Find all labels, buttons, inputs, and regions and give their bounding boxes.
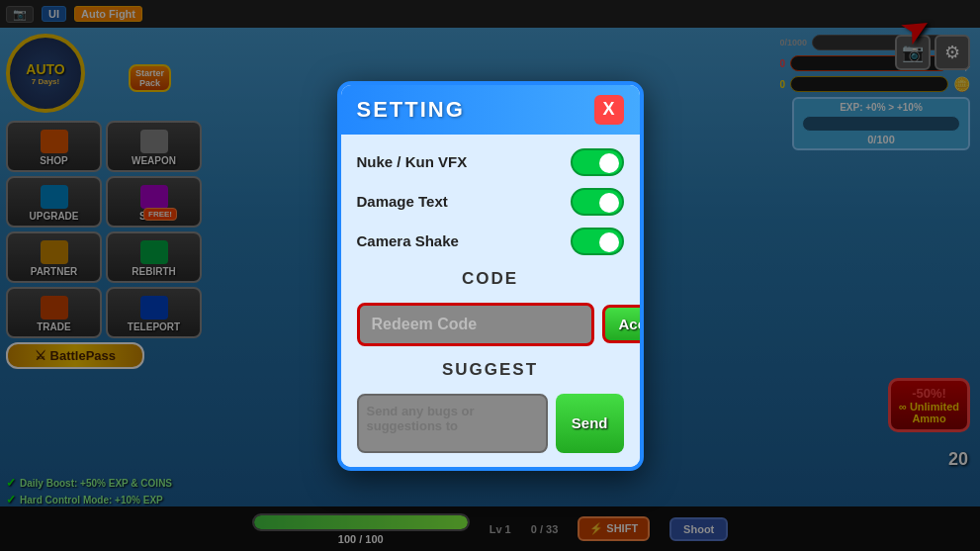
suggest-section-label: SUGGEST (357, 358, 624, 382)
setting-row-damage: Damage Text (357, 188, 624, 216)
settings-modal: SETTING X Nuke / Kun VFX Damage Text Cam… (337, 81, 644, 471)
damage-text-label: Damage Text (357, 193, 448, 210)
nuke-vfx-toggle[interactable] (571, 148, 624, 176)
modal-header: SETTING X (341, 85, 640, 135)
camera-shake-label: Camera Shake (357, 232, 459, 249)
damage-text-toggle[interactable] (571, 188, 624, 216)
camera-shake-toggle[interactable] (571, 228, 624, 255)
send-button[interactable]: Send (556, 394, 624, 453)
redeem-code-input[interactable] (357, 303, 594, 346)
setting-row-nuke: Nuke / Kun VFX (357, 148, 624, 176)
code-section-label: CODE (357, 267, 624, 291)
setting-row-camera: Camera Shake (357, 228, 624, 255)
modal-body: Nuke / Kun VFX Damage Text Camera Shake … (341, 135, 640, 467)
suggest-row: Send (357, 394, 624, 453)
accept-button[interactable]: Accept (602, 305, 644, 343)
modal-overlay: SETTING X Nuke / Kun VFX Damage Text Cam… (0, 0, 980, 551)
code-row: Accept (357, 303, 624, 346)
modal-title: SETTING (357, 97, 465, 123)
modal-close-button[interactable]: X (594, 95, 624, 125)
suggest-textarea[interactable] (357, 394, 548, 453)
nuke-vfx-label: Nuke / Kun VFX (357, 153, 468, 170)
